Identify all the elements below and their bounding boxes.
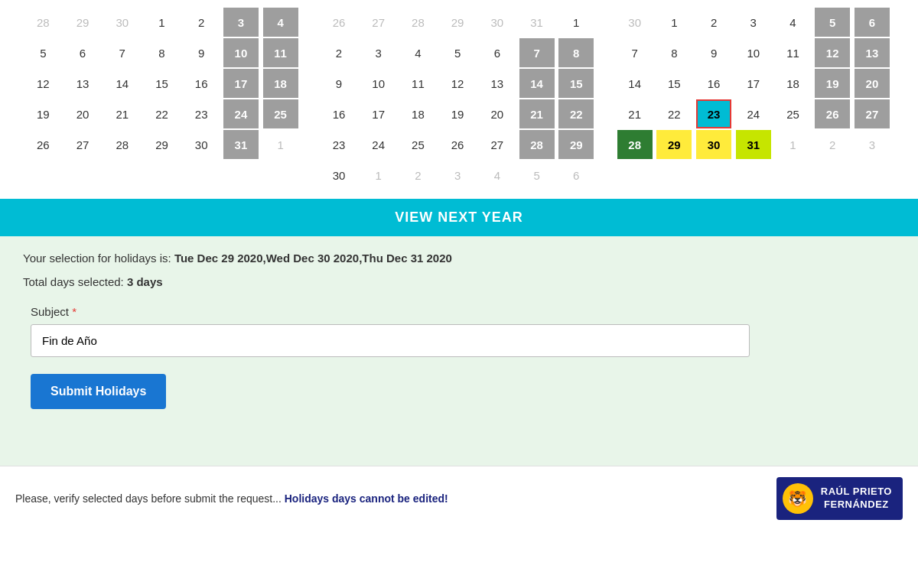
cal-cell[interactable]: 17 — [736, 69, 771, 98]
cal-cell[interactable]: 18 — [263, 69, 298, 98]
cal-cell[interactable]: 11 — [775, 38, 810, 67]
cal-cell[interactable]: 19 — [815, 69, 850, 98]
selection-text: Your selection for holidays is: Tue Dec … — [23, 252, 895, 265]
cal-cell: 26 — [321, 8, 356, 37]
cal-cell[interactable]: 18 — [400, 99, 435, 128]
cal-cell[interactable]: 5 — [815, 8, 850, 37]
cal-cell[interactable]: 25 — [263, 99, 298, 128]
cal-cell[interactable]: 4 — [400, 38, 435, 67]
cal-cell[interactable]: 23 — [321, 130, 356, 159]
cal-cell[interactable]: 7 — [617, 38, 653, 67]
cal-cell[interactable]: 22 — [558, 99, 594, 128]
cal-cell[interactable]: 18 — [775, 69, 810, 98]
cal-cell[interactable]: 2 — [696, 8, 731, 37]
cal-cell[interactable]: 21 — [519, 99, 555, 128]
cal-cell[interactable]: 14 — [519, 69, 555, 98]
cal-cell[interactable]: 10 — [223, 38, 259, 67]
cal-cell[interactable]: 15 — [144, 69, 179, 98]
cal-cell[interactable]: 15 — [656, 69, 692, 98]
cal-cell[interactable]: 21 — [617, 99, 653, 128]
view-next-year-bar[interactable]: VIEW NEXT YEAR — [0, 199, 918, 236]
cal-cell[interactable]: 22 — [656, 99, 692, 128]
cal-cell[interactable]: 7 — [519, 38, 555, 67]
cal-cell[interactable]: 31 — [736, 130, 771, 159]
cal-cell[interactable]: 8 — [656, 38, 692, 67]
submit-holidays-button[interactable]: Submit Holidays — [31, 374, 166, 409]
cal-cell[interactable]: 27 — [855, 99, 890, 128]
cal-cell[interactable]: 14 — [617, 69, 653, 98]
cal-cell[interactable]: 27 — [480, 130, 515, 159]
cal-cell[interactable]: 5 — [440, 38, 475, 67]
cal-cell[interactable]: 20 — [480, 99, 515, 128]
cal-cell[interactable]: 3 — [736, 8, 771, 37]
cal-cell[interactable]: 2 — [184, 8, 219, 37]
cal-cell[interactable]: 8 — [144, 38, 179, 67]
cal-cell[interactable]: 3 — [223, 8, 259, 37]
cal-cell[interactable]: 9 — [696, 38, 731, 67]
cal-cell[interactable]: 6 — [855, 8, 890, 37]
cal-cell[interactable]: 24 — [736, 99, 771, 128]
cal-cell: 28 — [25, 8, 60, 37]
cal-cell[interactable]: 27 — [65, 130, 100, 159]
cal-cell[interactable]: 24 — [361, 130, 396, 159]
cal-cell[interactable]: 10 — [361, 69, 396, 98]
cal-cell[interactable]: 17 — [223, 69, 259, 98]
cal-cell[interactable]: 11 — [263, 38, 298, 67]
cal-cell[interactable]: 29 — [144, 130, 179, 159]
cal-cell[interactable]: 26 — [815, 99, 850, 128]
cal-cell[interactable]: 6 — [480, 38, 515, 67]
cal-cell[interactable]: 29 — [656, 130, 692, 159]
cal-cell[interactable]: 4 — [775, 8, 810, 37]
cal-cell[interactable]: 23 — [696, 99, 731, 128]
cal-cell[interactable]: 30 — [321, 161, 356, 190]
cal-cell: 30 — [617, 8, 653, 37]
cal-cell[interactable]: 25 — [775, 99, 810, 128]
cal-cell[interactable]: 20 — [65, 99, 100, 128]
cal-cell[interactable]: 12 — [440, 69, 475, 98]
cal-cell[interactable]: 30 — [184, 130, 219, 159]
cal-cell[interactable]: 5 — [25, 38, 60, 67]
cal-cell[interactable]: 28 — [617, 130, 653, 159]
cal-cell[interactable]: 16 — [696, 69, 731, 98]
cal-cell[interactable]: 20 — [855, 69, 890, 98]
cal-cell[interactable]: 12 — [815, 38, 850, 67]
cal-cell[interactable]: 31 — [223, 130, 259, 159]
cal-cell[interactable]: 25 — [400, 130, 435, 159]
cal-cell[interactable]: 22 — [144, 99, 179, 128]
footer-warning: Holidays days cannot be edited! — [285, 492, 448, 505]
cal-cell[interactable]: 3 — [361, 38, 396, 67]
cal-cell[interactable]: 8 — [558, 38, 594, 67]
cal-cell[interactable]: 13 — [65, 69, 100, 98]
cal-cell[interactable]: 26 — [440, 130, 475, 159]
cal-cell[interactable]: 21 — [105, 99, 140, 128]
cal-cell[interactable]: 2 — [321, 38, 356, 67]
cal-cell[interactable]: 7 — [105, 38, 140, 67]
cal-cell[interactable]: 15 — [558, 69, 594, 98]
cal-cell[interactable]: 16 — [184, 69, 219, 98]
cal-cell[interactable]: 13 — [480, 69, 515, 98]
cal-cell[interactable]: 1 — [656, 8, 692, 37]
cal-cell[interactable]: 24 — [223, 99, 259, 128]
cal-cell[interactable]: 9 — [321, 69, 356, 98]
cal-cell[interactable]: 29 — [558, 130, 594, 159]
cal-cell[interactable]: 28 — [105, 130, 140, 159]
cal-cell[interactable]: 14 — [105, 69, 140, 98]
cal-cell[interactable]: 9 — [184, 38, 219, 67]
cal-cell[interactable]: 28 — [519, 130, 555, 159]
cal-cell[interactable]: 17 — [361, 99, 396, 128]
cal-cell[interactable]: 30 — [696, 130, 731, 159]
cal-cell[interactable]: 11 — [400, 69, 435, 98]
cal-cell[interactable]: 23 — [184, 99, 219, 128]
subject-input[interactable] — [31, 324, 750, 357]
cal-cell[interactable]: 12 — [25, 69, 60, 98]
cal-cell[interactable]: 1 — [558, 8, 594, 37]
cal-cell[interactable]: 10 — [736, 38, 771, 67]
cal-cell[interactable]: 13 — [855, 38, 890, 67]
cal-cell[interactable]: 16 — [321, 99, 356, 128]
cal-cell[interactable]: 26 — [25, 130, 60, 159]
cal-cell[interactable]: 19 — [25, 99, 60, 128]
cal-cell[interactable]: 6 — [65, 38, 100, 67]
cal-cell[interactable]: 4 — [263, 8, 298, 37]
cal-cell[interactable]: 1 — [144, 8, 179, 37]
cal-cell[interactable]: 19 — [440, 99, 475, 128]
